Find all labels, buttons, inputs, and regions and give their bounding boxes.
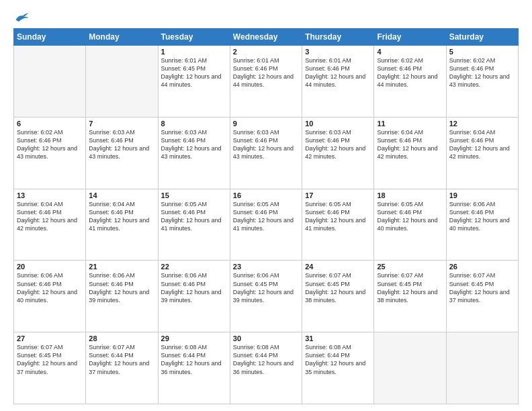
day-number: 22 [161, 263, 227, 271]
calendar-cell: 24Sunrise: 6:07 AMSunset: 6:45 PMDayligh… [302, 261, 374, 332]
day-header-wednesday: Wednesday [230, 29, 302, 46]
day-number: 23 [233, 263, 299, 271]
day-info: Sunrise: 6:05 AMSunset: 6:46 PMDaylight:… [377, 200, 443, 233]
day-number: 20 [17, 263, 83, 271]
calendar-cell [86, 46, 158, 118]
calendar-cell: 27Sunrise: 6:07 AMSunset: 6:45 PMDayligh… [14, 332, 86, 404]
day-info: Sunrise: 6:07 AMSunset: 6:45 PMDaylight:… [377, 271, 443, 304]
page: SundayMondayTuesdayWednesdayThursdayFrid… [0, 0, 532, 411]
day-info: Sunrise: 6:07 AMSunset: 6:45 PMDaylight:… [305, 271, 371, 304]
calendar-cell: 15Sunrise: 6:05 AMSunset: 6:46 PMDayligh… [158, 189, 230, 261]
calendar-cell: 30Sunrise: 6:08 AMSunset: 6:44 PMDayligh… [230, 332, 302, 404]
calendar-cell: 17Sunrise: 6:05 AMSunset: 6:46 PMDayligh… [302, 189, 374, 261]
calendar-week-2: 13Sunrise: 6:04 AMSunset: 6:46 PMDayligh… [14, 189, 519, 261]
day-number: 27 [17, 334, 83, 342]
day-number: 19 [449, 191, 515, 199]
day-number: 28 [89, 334, 154, 342]
day-number: 9 [233, 120, 299, 128]
calendar-cell: 28Sunrise: 6:07 AMSunset: 6:44 PMDayligh… [86, 332, 158, 404]
day-number: 2 [233, 48, 299, 56]
day-number: 12 [449, 120, 515, 128]
day-number: 15 [161, 191, 227, 199]
calendar-cell: 31Sunrise: 6:08 AMSunset: 6:44 PMDayligh… [302, 332, 374, 404]
logo-bird-icon [15, 11, 30, 23]
calendar-cell: 8Sunrise: 6:03 AMSunset: 6:46 PMDaylight… [158, 117, 230, 189]
day-header-monday: Monday [86, 29, 158, 46]
calendar-cell: 14Sunrise: 6:04 AMSunset: 6:46 PMDayligh… [86, 189, 158, 261]
day-number: 4 [377, 48, 443, 56]
day-info: Sunrise: 6:08 AMSunset: 6:44 PMDaylight:… [305, 343, 371, 376]
logo-text [13, 11, 30, 23]
calendar-cell: 4Sunrise: 6:02 AMSunset: 6:46 PMDaylight… [374, 46, 446, 118]
day-number: 29 [161, 334, 227, 342]
day-info: Sunrise: 6:04 AMSunset: 6:46 PMDaylight:… [17, 200, 83, 233]
day-info: Sunrise: 6:08 AMSunset: 6:44 PMDaylight:… [161, 343, 227, 376]
calendar-cell: 9Sunrise: 6:03 AMSunset: 6:46 PMDaylight… [230, 117, 302, 189]
calendar-cell: 6Sunrise: 6:02 AMSunset: 6:46 PMDaylight… [14, 117, 86, 189]
day-number: 30 [233, 334, 299, 342]
calendar-week-1: 6Sunrise: 6:02 AMSunset: 6:46 PMDaylight… [14, 117, 519, 189]
day-number: 31 [305, 334, 371, 342]
calendar-cell: 13Sunrise: 6:04 AMSunset: 6:46 PMDayligh… [14, 189, 86, 261]
day-info: Sunrise: 6:07 AMSunset: 6:45 PMDaylight:… [449, 271, 515, 304]
calendar-cell: 2Sunrise: 6:01 AMSunset: 6:46 PMDaylight… [230, 46, 302, 118]
day-info: Sunrise: 6:01 AMSunset: 6:45 PMDaylight:… [161, 56, 227, 89]
calendar-cell [446, 332, 518, 404]
calendar-cell: 20Sunrise: 6:06 AMSunset: 6:46 PMDayligh… [14, 261, 86, 332]
day-info: Sunrise: 6:03 AMSunset: 6:46 PMDaylight:… [161, 128, 227, 161]
calendar-cell: 7Sunrise: 6:03 AMSunset: 6:46 PMDaylight… [86, 117, 158, 189]
calendar-week-4: 27Sunrise: 6:07 AMSunset: 6:45 PMDayligh… [14, 332, 519, 404]
day-info: Sunrise: 6:05 AMSunset: 6:46 PMDaylight:… [305, 200, 371, 233]
calendar-cell: 22Sunrise: 6:06 AMSunset: 6:46 PMDayligh… [158, 261, 230, 332]
calendar-cell: 19Sunrise: 6:06 AMSunset: 6:46 PMDayligh… [446, 189, 518, 261]
day-info: Sunrise: 6:04 AMSunset: 6:46 PMDaylight:… [89, 200, 154, 233]
day-header-tuesday: Tuesday [158, 29, 230, 46]
day-info: Sunrise: 6:04 AMSunset: 6:46 PMDaylight:… [449, 128, 515, 161]
day-info: Sunrise: 6:01 AMSunset: 6:46 PMDaylight:… [233, 56, 299, 89]
calendar-cell: 11Sunrise: 6:04 AMSunset: 6:46 PMDayligh… [374, 117, 446, 189]
logo [13, 11, 30, 23]
calendar-week-3: 20Sunrise: 6:06 AMSunset: 6:46 PMDayligh… [14, 261, 519, 332]
day-info: Sunrise: 6:03 AMSunset: 6:46 PMDaylight:… [233, 128, 299, 161]
calendar-header-row: SundayMondayTuesdayWednesdayThursdayFrid… [14, 29, 519, 46]
calendar: SundayMondayTuesdayWednesdayThursdayFrid… [13, 28, 519, 404]
day-info: Sunrise: 6:06 AMSunset: 6:46 PMDaylight:… [449, 200, 515, 233]
day-info: Sunrise: 6:03 AMSunset: 6:46 PMDaylight:… [89, 128, 154, 161]
day-info: Sunrise: 6:05 AMSunset: 6:46 PMDaylight:… [233, 200, 299, 233]
day-number: 16 [233, 191, 299, 199]
day-info: Sunrise: 6:05 AMSunset: 6:46 PMDaylight:… [161, 200, 227, 233]
header [13, 11, 519, 23]
calendar-cell: 21Sunrise: 6:06 AMSunset: 6:46 PMDayligh… [86, 261, 158, 332]
day-info: Sunrise: 6:07 AMSunset: 6:44 PMDaylight:… [89, 343, 154, 376]
calendar-cell: 25Sunrise: 6:07 AMSunset: 6:45 PMDayligh… [374, 261, 446, 332]
day-info: Sunrise: 6:02 AMSunset: 6:46 PMDaylight:… [449, 56, 515, 89]
day-number: 7 [89, 120, 154, 128]
calendar-cell: 26Sunrise: 6:07 AMSunset: 6:45 PMDayligh… [446, 261, 518, 332]
day-number: 10 [305, 120, 371, 128]
day-number: 26 [449, 263, 515, 271]
day-info: Sunrise: 6:06 AMSunset: 6:46 PMDaylight:… [161, 271, 227, 304]
day-info: Sunrise: 6:06 AMSunset: 6:46 PMDaylight:… [89, 271, 154, 304]
day-number: 3 [305, 48, 371, 56]
calendar-week-0: 1Sunrise: 6:01 AMSunset: 6:45 PMDaylight… [14, 46, 519, 118]
calendar-cell: 12Sunrise: 6:04 AMSunset: 6:46 PMDayligh… [446, 117, 518, 189]
day-number: 14 [89, 191, 154, 199]
day-header-friday: Friday [374, 29, 446, 46]
day-header-thursday: Thursday [302, 29, 374, 46]
calendar-cell: 3Sunrise: 6:01 AMSunset: 6:46 PMDaylight… [302, 46, 374, 118]
calendar-cell: 18Sunrise: 6:05 AMSunset: 6:46 PMDayligh… [374, 189, 446, 261]
day-info: Sunrise: 6:02 AMSunset: 6:46 PMDaylight:… [17, 128, 83, 161]
day-number: 13 [17, 191, 83, 199]
calendar-cell: 10Sunrise: 6:03 AMSunset: 6:46 PMDayligh… [302, 117, 374, 189]
calendar-cell: 16Sunrise: 6:05 AMSunset: 6:46 PMDayligh… [230, 189, 302, 261]
calendar-cell [14, 46, 86, 118]
day-info: Sunrise: 6:02 AMSunset: 6:46 PMDaylight:… [377, 56, 443, 89]
day-number: 8 [161, 120, 227, 128]
day-number: 1 [161, 48, 227, 56]
day-info: Sunrise: 6:06 AMSunset: 6:45 PMDaylight:… [233, 271, 299, 304]
day-info: Sunrise: 6:04 AMSunset: 6:46 PMDaylight:… [377, 128, 443, 161]
calendar-cell [374, 332, 446, 404]
day-info: Sunrise: 6:03 AMSunset: 6:46 PMDaylight:… [305, 128, 371, 161]
day-header-sunday: Sunday [14, 29, 86, 46]
calendar-cell: 29Sunrise: 6:08 AMSunset: 6:44 PMDayligh… [158, 332, 230, 404]
